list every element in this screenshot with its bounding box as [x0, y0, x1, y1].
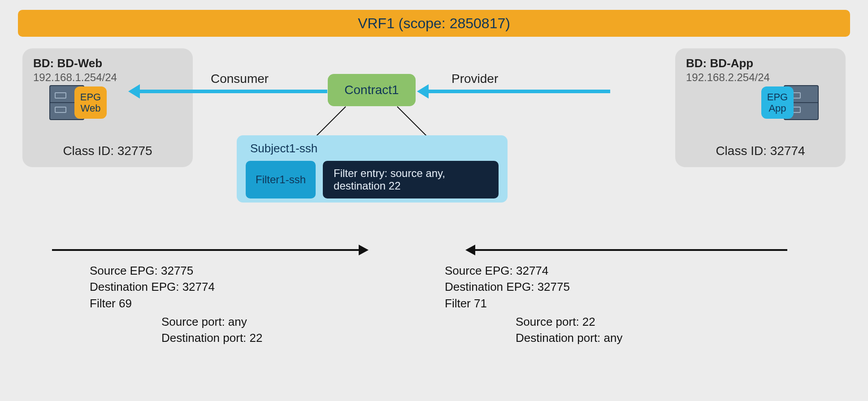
bd-web-title: BD: BD-Web — [33, 56, 182, 70]
flow-right-dport: Destination port: any — [516, 330, 622, 346]
epg-label: EPG — [767, 91, 788, 103]
epg-web-badge: EPG Web — [74, 86, 107, 119]
flow-arrow-right-icon — [52, 249, 359, 251]
flow-left-text: Source EPG: 32775 Destination EPG: 32774… — [90, 263, 215, 311]
flow-arrow-left-icon — [475, 249, 787, 251]
filter-name: Filter1-ssh — [246, 161, 316, 198]
flow-left-ports: Source port: any Destination port: 22 — [161, 314, 262, 346]
arrow-provider-icon — [428, 90, 610, 93]
flow-right-src: Source EPG: 32774 — [445, 263, 570, 279]
contract-box: Contract1 — [328, 74, 416, 106]
bd-app-subnet: 192.168.2.254/24 — [686, 71, 835, 84]
subject-name: Subject1-ssh — [250, 142, 499, 155]
epg-name: Web — [81, 103, 101, 114]
epg-web-group: EPG Web — [49, 85, 107, 120]
filter-row: Filter1-ssh Filter entry: source any, de… — [246, 161, 499, 198]
contract-name: Contract1 — [344, 83, 399, 97]
bd-app-class-id: Class ID: 32774 — [675, 144, 846, 158]
epg-app-badge: EPG App — [761, 86, 794, 119]
bd-web-class-id: Class ID: 32775 — [22, 144, 193, 158]
flow-left-dport: Destination port: 22 — [161, 330, 262, 346]
subject-box: Subject1-ssh Filter1-ssh Filter entry: s… — [237, 135, 508, 203]
flow-left-filter: Filter 69 — [90, 295, 215, 311]
epg-app-group: EPG App — [761, 85, 819, 120]
bd-app-title: BD: BD-App — [686, 56, 835, 70]
flow-right-text: Source EPG: 32774 Destination EPG: 32775… — [445, 263, 570, 311]
vrf-title: VRF1 (scope: 2850817) — [358, 15, 510, 32]
arrow-consumer-icon — [139, 90, 327, 93]
flow-left-sport: Source port: any — [161, 314, 262, 330]
bd-web-subnet: 192.168.1.254/24 — [33, 71, 182, 84]
flow-right-dst: Destination EPG: 32775 — [445, 279, 570, 295]
bd-web-box: BD: BD-Web 192.168.1.254/24 EPG Web Clas… — [22, 48, 193, 167]
flow-left-src: Source EPG: 32775 — [90, 263, 215, 279]
epg-name: App — [768, 103, 786, 114]
epg-label: EPG — [80, 91, 101, 103]
provider-label: Provider — [451, 72, 498, 86]
vrf-banner: VRF1 (scope: 2850817) — [18, 10, 850, 37]
consumer-label: Consumer — [211, 72, 269, 86]
flow-right-ports: Source port: 22 Destination port: any — [516, 314, 622, 346]
flow-left-dst: Destination EPG: 32774 — [90, 279, 215, 295]
flow-right-sport: Source port: 22 — [516, 314, 622, 330]
filter-entry: Filter entry: source any, destination 22 — [323, 161, 499, 198]
bd-app-box: BD: BD-App 192.168.2.254/24 EPG App Clas… — [675, 48, 846, 167]
flow-right-filter: Filter 71 — [445, 295, 570, 311]
